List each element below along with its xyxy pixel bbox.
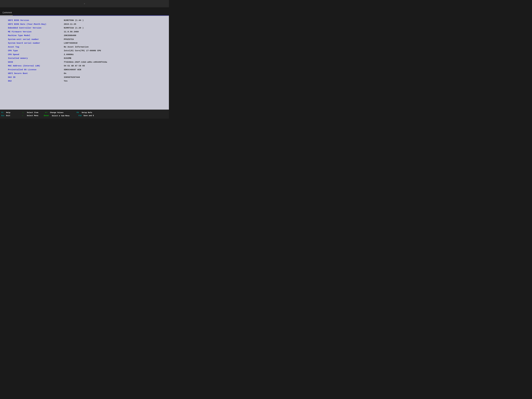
table-row: Installed memory8192MB <box>8 57 164 60</box>
table-row: Preinstalled OS LicenseSDK0J40697 WIN <box>8 68 164 72</box>
info-label: System board serial number <box>8 42 64 45</box>
table-row: ME Firmware Version11.8.50.3460 <box>8 30 164 34</box>
table-row: Machine Type Model20K3S0G400 <box>8 34 164 38</box>
select-item-label: Select Item <box>27 112 43 114</box>
table-row: MAC Address (Internal LAN)54 E1 AD A7 C8… <box>8 64 164 68</box>
info-value: 54 E1 AD A7 C8 65 <box>64 64 85 68</box>
leftright-arrow: ↔ <box>22 115 27 117</box>
info-label: CPU Speed <box>8 53 64 56</box>
info-label: OA2 <box>8 80 64 83</box>
bottom-bezel: Lenovo <box>0 7 169 15</box>
table-row: UEFI BIOS VersionN1MET59W (1.44 ) <box>8 19 164 22</box>
save-exit-label: Save and E <box>83 115 94 117</box>
table-row: System-unit serial numberPF0ZS7CA <box>8 38 164 42</box>
info-value: Yes <box>64 80 68 83</box>
info-label: Preinstalled OS License <box>8 68 64 71</box>
info-label: MAC Address (Internal LAN) <box>8 64 64 68</box>
info-label: OA3 ID <box>8 76 64 79</box>
info-value: N1MET59W (1.44 ) <box>64 19 84 22</box>
esc-key: Esc <box>1 115 5 117</box>
info-value: PF0ZS7CA <box>64 38 74 41</box>
info-label: ME Firmware Version <box>8 31 64 33</box>
change-values-label: Change Values <box>50 112 77 114</box>
info-label: UEFI Secure Boot <box>8 72 64 75</box>
enter-key: Enter <box>44 115 52 117</box>
table-row: Asset TagNo Asset Information <box>8 45 164 49</box>
updown-arrow: ↑↓ <box>22 112 27 114</box>
camera <box>84 3 85 4</box>
info-value: f7d24b4c-292f-11b2-a85c-e95449f416a <box>64 61 107 64</box>
table-row: UEFI BIOS Date (Year-Month-Day)2019-11-2… <box>8 22 164 26</box>
footer-rows: F1 Help ↑↓ Select Item +/- Change Values… <box>0 110 169 119</box>
top-bezel <box>0 0 169 7</box>
info-label: Asset Tag <box>8 46 64 49</box>
info-label: Machine Type Model <box>8 34 64 37</box>
footer-line-1: F1 Help ↑↓ Select Item +/- Change Values… <box>0 111 169 114</box>
bios-screen: ThinkPad Setup Main Config Date/Time Sec… <box>0 7 169 119</box>
info-value: Intel(R) Core(TM) i7-6600U CPU <box>64 49 101 52</box>
info-value: L3HF7A5001D <box>64 42 77 45</box>
help-label: Help <box>6 112 22 114</box>
lenovo-logo: Lenovo <box>3 11 12 14</box>
table-row: Embedded Controller VersionN1MHT31W (1.2… <box>8 26 164 30</box>
table-row: UUIDf7d24b4c-292f-11b2-a85c-e95449f416a <box>8 60 164 64</box>
info-value: 2.600GHz <box>64 53 74 56</box>
table-row: OA2Yes <box>8 79 164 83</box>
info-value: N1MHT31W (1.20 ) <box>64 27 84 30</box>
info-label: CPU Type <box>8 49 64 52</box>
info-value: SDK0J40697 WIN <box>64 68 81 71</box>
info-value: 8192MB <box>64 57 71 60</box>
table-row: System board serial numberL3HF7A5001D <box>8 41 164 45</box>
f9-key: F9 <box>77 112 82 114</box>
info-label: UEFI BIOS Version <box>8 19 64 22</box>
table-row: CPU TypeIntel(R) Core(TM) i7-6600U CPU <box>8 49 164 53</box>
info-value: 11.8.50.3460 <box>64 31 79 33</box>
setup-default-label: Setup Defa <box>82 112 92 114</box>
footer-line-2: Esc Exit ↔ Select Menu Enter Select ▶ Su… <box>0 114 169 117</box>
table-row: CPU Speed2.600GHz <box>8 53 164 57</box>
plusminus-sep: +/- <box>45 112 49 114</box>
info-label: UUID <box>8 61 64 64</box>
info-value: 3305076267444 <box>64 76 80 79</box>
f1-key: F1 <box>1 112 5 114</box>
exit-label: Exit <box>6 115 22 117</box>
table-row: OA3 ID3305076267444 <box>8 76 164 79</box>
sub-menu-label: Select ▶ Sub-Menu <box>52 115 78 117</box>
main-content: UEFI BIOS VersionN1MET59W (1.44 )UEFI BI… <box>0 16 169 110</box>
select-menu-label: Select Menu <box>27 115 43 117</box>
info-label: Embedded Controller Version <box>8 27 64 30</box>
table-row: UEFI Secure BootOn <box>8 72 164 76</box>
info-value: No Asset Information <box>64 46 89 49</box>
info-label: System-unit serial number <box>8 38 64 41</box>
footer: F1 Help ↑↓ Select Item +/- Change Values… <box>0 110 169 119</box>
info-table: UEFI BIOS VersionN1MET59W (1.44 )UEFI BI… <box>8 19 164 83</box>
info-value: 20K3S0G400 <box>64 34 76 37</box>
info-value: On <box>64 72 66 75</box>
f10-key: F10 <box>78 115 83 117</box>
info-label: Installed memory <box>8 57 64 60</box>
info-label: UEFI BIOS Date (Year-Month-Day) <box>8 23 64 26</box>
info-value: 2019-11-25 <box>64 23 76 26</box>
